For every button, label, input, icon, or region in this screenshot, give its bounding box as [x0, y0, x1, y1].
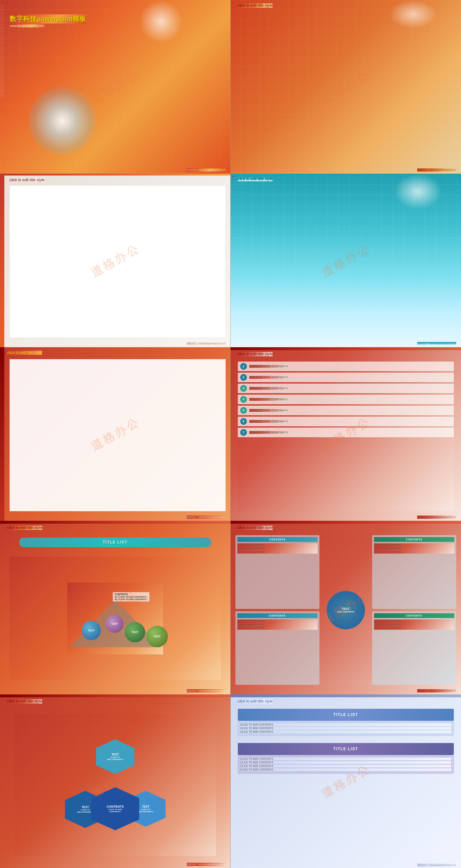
- slide-title[interactable]: click to edit title style: [238, 3, 273, 8]
- sphere-2: TEXT: [105, 615, 124, 633]
- left-bar: [0, 174, 4, 347]
- slide-footer: 道格办公：www.daogebangong.com: [187, 342, 225, 345]
- top-bar: [230, 521, 461, 524]
- title-banner[interactable]: TITLE LIST: [19, 537, 211, 547]
- card-1-line1: CLICK TO ADD CONTENTS: [237, 543, 317, 547]
- cards-grid: CONTENTS CLICK TO ADD CONTENTS CLICK TO …: [236, 535, 456, 685]
- slide-3: click to edit title style 道格办公：www.daoge…: [0, 174, 230, 347]
- hex-container: TEXT CLICK TOADD CONTENTS ! TEXT CLICK T…: [14, 714, 216, 856]
- pyramid-base: CONTENTS 01. CLICK TO ADD CONTENTS ! 02.…: [67, 583, 163, 654]
- slide-title[interactable]: click to edit title style: [7, 350, 42, 355]
- slide-footer: 道格办公：www.daogebangong.com: [187, 168, 225, 172]
- card-4[interactable]: CONTENTS CLICK TO ADD CONTENTS CLICK TO …: [372, 611, 456, 685]
- pyramid-area: CONTENTS 01. CLICK TO ADD CONTENTS ! 02.…: [9, 557, 221, 680]
- list-item[interactable]: 2 CLICK TO ADD CONTENTS: [238, 373, 454, 382]
- slide-footer: 道格办公：www.daogebangong.com: [417, 342, 456, 345]
- bullet-4: 4: [240, 396, 247, 403]
- slide-title[interactable]: click to edit title style: [238, 177, 273, 181]
- list-item[interactable]: 4 CLICK TO ADD CONTENTS: [238, 395, 454, 404]
- card-2-text: CLICK TO ADD CONTENTS CLICK TO ADD CONTE…: [374, 543, 454, 554]
- slide-10: click to edit title style TITLE LIST CLI…: [230, 694, 461, 868]
- slide-title[interactable]: 数字科技powerpoint模板: [9, 14, 86, 24]
- center-circle[interactable]: TEXT ADD CONTENTS: [327, 591, 365, 629]
- list-item[interactable]: 3 CLICK TO ADD CONTENTS: [238, 383, 454, 393]
- slide-title[interactable]: click to edit title style: [7, 526, 42, 530]
- box-1-line3: CLICK TO ADD CONTENTS: [240, 731, 451, 733]
- item-text-5: CLICK TO ADD CONTENTS: [249, 409, 288, 412]
- bullet-3: 3: [240, 385, 247, 392]
- box-2-line4: CLICK TO ADD CONTENTS: [240, 768, 451, 771]
- card-3-line2: CLICK TO ADD CONTENTS: [237, 623, 317, 626]
- card-4-line3: CLICK TO ADD CONTENTS: [374, 626, 454, 629]
- slide-number: 2: [233, 1, 234, 5]
- slide-footer: 道格办公：www.daogebangong.com: [417, 516, 456, 519]
- hex-bl-label: TEXT: [82, 806, 89, 809]
- slide-2: 2 click to edit title style 道格办公：www.dao…: [230, 0, 461, 174]
- slide-7: click to edit title style TITLE LIST CON…: [0, 521, 230, 694]
- box-2-line3: CLICK TO ADD CONTENTS: [240, 765, 451, 768]
- glow-top: [389, 0, 437, 29]
- card-1[interactable]: CONTENTS CLICK TO ADD CONTENTS CLICK TO …: [236, 535, 319, 609]
- card-4-text: CLICK TO ADD CONTENTS CLICK TO ADD CONTE…: [374, 619, 454, 630]
- list-item[interactable]: 1 CLICK TO ADD CONTENTS: [238, 362, 454, 371]
- sphere-3: TEXT: [125, 622, 145, 643]
- top-bar: [0, 521, 230, 524]
- card-1-header: CONTENTS: [237, 537, 317, 542]
- title-banner-2[interactable]: TITLE LIST: [238, 743, 454, 755]
- hex-top-label: TEXT: [112, 753, 119, 756]
- slide-number: 4: [233, 175, 234, 178]
- sphere-4: TEXT: [146, 626, 168, 647]
- card-2[interactable]: CONTENTS CLICK TO ADD CONTENTS CLICK TO …: [372, 535, 456, 609]
- bullet-5: 5: [240, 407, 247, 414]
- globe-glow: [29, 87, 96, 154]
- slide-1: 0100110101001101010011010100110101001101…: [0, 0, 230, 174]
- item-text-3: CLICK TO ADD CONTENTS: [249, 387, 288, 390]
- title-banner-1[interactable]: TITLE LIST: [238, 709, 454, 721]
- slide-title[interactable]: click to edit title style: [238, 352, 273, 356]
- contents-label: CONTENTS 01. CLICK TO ADD CONTENTS ! 02.…: [113, 592, 149, 601]
- center-sub: ADD CONTENTS: [337, 611, 355, 613]
- slide-6: click to edit title style 1 CLICK TO ADD…: [230, 347, 461, 521]
- card-2-line3: CLICK TO ADD CONTENTS: [374, 550, 454, 554]
- list-item[interactable]: 6 CLICK TO ADD CONTENTS: [238, 416, 454, 426]
- top-bar: [0, 694, 230, 697]
- top-stripe: [4, 174, 230, 176]
- content-box-1[interactable]: CLICK TO ADD CONTENTS CLICK TO ADD CONTE…: [238, 721, 454, 736]
- content-line-2: 02. CLICK TO ADD CONTENTS !: [115, 598, 148, 600]
- card-3-text: CLICK TO ADD CONTENTS CLICK TO ADD CONTE…: [237, 619, 317, 630]
- slide-title[interactable]: click to edit title style: [7, 699, 42, 704]
- slide-title[interactable]: click to edit title style: [238, 526, 273, 530]
- hex-top[interactable]: TEXT CLICK TOADD CONTENTS !: [96, 739, 134, 774]
- content-white[interactable]: [9, 359, 225, 511]
- boxes-container: TITLE LIST CLICK TO ADD CONTENTS CLICK T…: [238, 709, 454, 861]
- list-item[interactable]: 5 CLICK TO ADD CONTENTS: [238, 406, 454, 415]
- slide-9: click to edit title style TEXT CLICK TOA…: [0, 694, 230, 868]
- item-text-1: CLICK TO ADD CONTENTS: [249, 365, 288, 368]
- hex-bottom-center[interactable]: CONTENTS CLICK TO ADDCONTENTS !: [91, 787, 139, 830]
- card-1-line3: CLICK TO ADD CONTENTS: [237, 550, 317, 554]
- section-1: TITLE LIST CLICK TO ADD CONTENTS CLICK T…: [238, 709, 454, 736]
- items-list: 1 CLICK TO ADD CONTENTS 2 CLICK TO ADD C…: [238, 362, 454, 511]
- card-4-line1: CLICK TO ADD CONTENTS: [374, 619, 454, 623]
- top-bar: [230, 694, 461, 697]
- slide-footer: 道格办公：www.daogebangong.com: [187, 689, 225, 692]
- contents-title: CONTENTS: [115, 593, 148, 596]
- card-3-line3: CLICK TO ADD CONTENTS: [237, 626, 317, 629]
- slide-grid: 0100110101001101010011010100110101001101…: [0, 0, 461, 868]
- item-text-4: CLICK TO ADD CONTENTS: [249, 398, 288, 401]
- bullet-7: 7: [240, 429, 247, 436]
- center-label: TEXT: [342, 607, 350, 611]
- list-item[interactable]: 7 CLICK TO ADD CONTENTS: [238, 428, 454, 437]
- slide-title[interactable]: click to edit title style: [9, 178, 44, 182]
- slide-footer: 道格办公：www.daogebangong.com: [417, 689, 456, 692]
- slide-title[interactable]: click to edit title style: [238, 699, 273, 704]
- card-3[interactable]: CONTENTS CLICK TO ADD CONTENTS CLICK TO …: [236, 611, 319, 685]
- hex-center-label: CONTENTS: [106, 805, 124, 808]
- content-area[interactable]: [9, 186, 225, 338]
- slide-footer: 道格办公：www.daogebangong.com: [187, 516, 225, 519]
- card-1-text: CLICK TO ADD CONTENTS CLICK TO ADD CONTE…: [237, 543, 317, 554]
- slide-subtitle: www.daogebangong.com: [9, 24, 44, 28]
- card-4-line2: CLICK TO ADD CONTENTS: [374, 623, 454, 626]
- hex-br-label: TEXT: [142, 805, 149, 808]
- content-box-2[interactable]: CLICK TO ADD CONTENTS CLICK TO ADD CONTE…: [238, 755, 454, 774]
